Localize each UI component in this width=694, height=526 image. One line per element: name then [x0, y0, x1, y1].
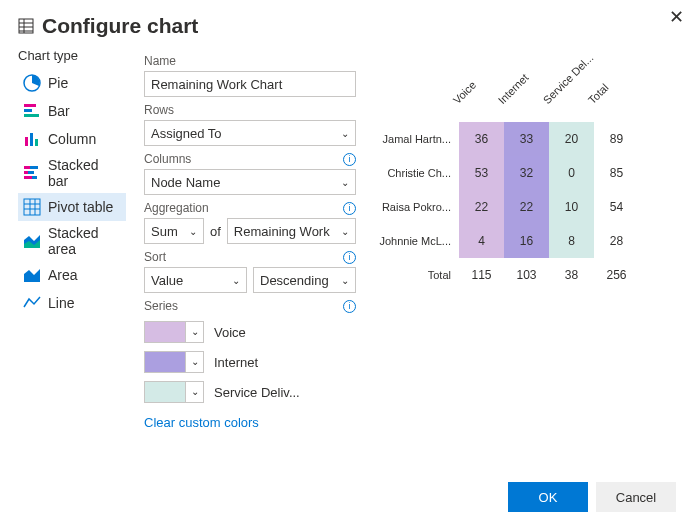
- series-color-picker[interactable]: ⌄: [144, 351, 204, 373]
- aggregation-op-select[interactable]: Sum⌄: [144, 218, 204, 244]
- pivot-cell: 36: [459, 122, 504, 156]
- series-color-picker[interactable]: ⌄: [144, 321, 204, 343]
- area-icon: [22, 265, 42, 285]
- pie-icon: [22, 73, 42, 93]
- pivot-cell: 85: [594, 156, 639, 190]
- chart-type-heading: Chart type: [18, 48, 126, 63]
- sort-label: Sort: [144, 250, 166, 264]
- series-label: Service Deliv...: [214, 385, 300, 400]
- svg-rect-18: [24, 199, 40, 215]
- info-icon[interactable]: i: [343, 300, 356, 313]
- pivot-total-cell: 115: [459, 258, 504, 292]
- chart-type-line[interactable]: Line: [18, 289, 126, 317]
- chart-type-sidebar: Chart type Pie Bar Column Stacked bar Pi…: [18, 48, 126, 317]
- chart-type-label: Line: [48, 295, 74, 311]
- rows-select[interactable]: Assigned To⌄: [144, 120, 356, 146]
- aggregation-op-value: Sum: [151, 224, 178, 239]
- pivot-total-cell: 38: [549, 258, 594, 292]
- pivot-cell: 33: [504, 122, 549, 156]
- svg-rect-6: [24, 104, 36, 107]
- svg-rect-14: [24, 171, 28, 174]
- pivot-corner: [374, 82, 459, 116]
- svg-rect-17: [32, 176, 37, 179]
- name-input[interactable]: [144, 71, 356, 97]
- stacked-bar-icon: [22, 163, 42, 183]
- pivot-row-header: Christie Ch...: [374, 156, 459, 190]
- pivot-cell: 89: [594, 122, 639, 156]
- info-icon[interactable]: i: [343, 251, 356, 264]
- info-icon[interactable]: i: [343, 202, 356, 215]
- svg-rect-16: [24, 176, 32, 179]
- sort-dir-select[interactable]: Descending⌄: [253, 267, 356, 293]
- chevron-down-icon: ⌄: [185, 322, 203, 342]
- rows-value: Assigned To: [151, 126, 222, 141]
- series-row: ⌄Service Deliv...: [144, 381, 356, 403]
- columns-value: Node Name: [151, 175, 220, 190]
- chart-type-area[interactable]: Area: [18, 261, 126, 289]
- pivot-table-icon: [22, 197, 42, 217]
- pivot-row-header: Jamal Hartn...: [374, 122, 459, 156]
- name-label: Name: [144, 54, 176, 68]
- series-label: Internet: [214, 355, 258, 370]
- pivot-cell: 8: [549, 224, 594, 258]
- svg-rect-10: [30, 133, 33, 146]
- pivot-row-header: Raisa Pokro...: [374, 190, 459, 224]
- pivot-cell: 20: [549, 122, 594, 156]
- pivot-total-cell: 256: [594, 258, 639, 292]
- info-icon[interactable]: i: [343, 153, 356, 166]
- svg-rect-7: [24, 109, 32, 112]
- chart-type-label: Column: [48, 131, 96, 147]
- close-icon[interactable]: ✕: [669, 6, 684, 28]
- chart-type-label: Pie: [48, 75, 68, 91]
- chart-type-label: Stacked bar: [48, 157, 122, 189]
- cancel-button[interactable]: Cancel: [596, 482, 676, 512]
- pivot-col-header: Total: [586, 66, 646, 126]
- rows-label: Rows: [144, 103, 174, 117]
- chart-type-label: Pivot table: [48, 199, 113, 215]
- pivot-cell: 10: [549, 190, 594, 224]
- chart-type-pie[interactable]: Pie: [18, 69, 126, 97]
- svg-rect-12: [24, 166, 30, 169]
- clear-custom-colors-link[interactable]: Clear custom colors: [144, 415, 356, 430]
- series-row: ⌄Voice: [144, 321, 356, 343]
- chart-type-column[interactable]: Column: [18, 125, 126, 153]
- sort-by-value: Value: [151, 273, 183, 288]
- chevron-down-icon: ⌄: [185, 352, 203, 372]
- chart-type-bar[interactable]: Bar: [18, 97, 126, 125]
- chevron-down-icon: ⌄: [185, 382, 203, 402]
- config-form: Name Rows Assigned To⌄ Columnsi Node Nam…: [144, 48, 356, 430]
- sort-by-select[interactable]: Value⌄: [144, 267, 247, 293]
- dialog-title: Configure chart: [42, 14, 198, 38]
- series-color-picker[interactable]: ⌄: [144, 381, 204, 403]
- chart-preview: VoiceInternetService Del...TotalJamal Ha…: [374, 48, 676, 292]
- pivot-row-header: Johnnie McL...: [374, 224, 459, 258]
- series-row: ⌄Internet: [144, 351, 356, 373]
- aggregation-field-value: Remaining Work: [234, 224, 330, 239]
- pivot-cell: 53: [459, 156, 504, 190]
- columns-select[interactable]: Node Name⌄: [144, 169, 356, 195]
- svg-rect-9: [25, 137, 28, 146]
- pivot-cell: 22: [459, 190, 504, 224]
- series-label-heading: Series: [144, 299, 178, 313]
- columns-label: Columns: [144, 152, 191, 166]
- chevron-down-icon: ⌄: [341, 275, 349, 286]
- chart-type-stacked-bar[interactable]: Stacked bar: [18, 153, 126, 193]
- pivot-total-cell: 103: [504, 258, 549, 292]
- aggregation-field-select[interactable]: Remaining Work⌄: [227, 218, 356, 244]
- pivot-cell: 22: [504, 190, 549, 224]
- column-icon: [22, 129, 42, 149]
- series-label: Voice: [214, 325, 246, 340]
- chart-type-label: Bar: [48, 103, 70, 119]
- chevron-down-icon: ⌄: [341, 226, 349, 237]
- line-icon: [22, 293, 42, 313]
- ok-button[interactable]: OK: [508, 482, 588, 512]
- chart-type-pivot-table[interactable]: Pivot table: [18, 193, 126, 221]
- chevron-down-icon: ⌄: [341, 128, 349, 139]
- chart-type-stacked-area[interactable]: Stacked area: [18, 221, 126, 261]
- pivot-total-label: Total: [374, 258, 459, 292]
- svg-rect-15: [28, 171, 34, 174]
- chevron-down-icon: ⌄: [341, 177, 349, 188]
- of-text: of: [210, 224, 221, 239]
- svg-rect-13: [30, 166, 38, 169]
- pivot-cell: 16: [504, 224, 549, 258]
